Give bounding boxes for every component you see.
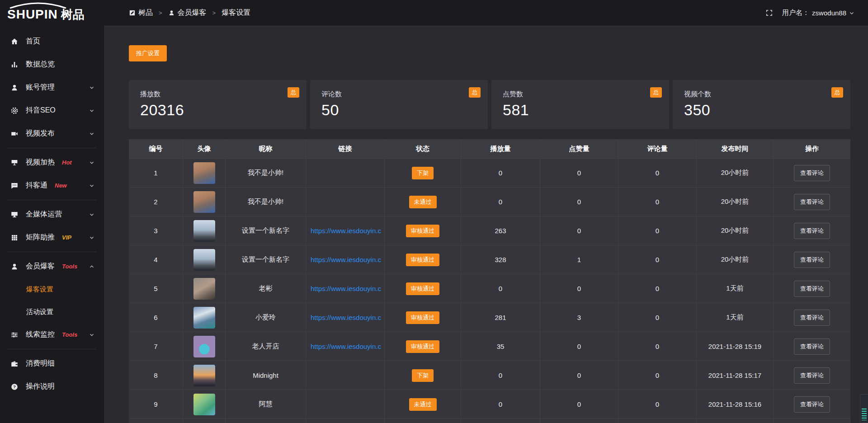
sidebar-subitem-activity-settings[interactable]: 活动设置: [0, 301, 104, 323]
play-count: 0: [461, 188, 540, 216]
table-row: 9 阿慧 未通过 0 0 0 2021-11-28 15:16 查看评论: [129, 390, 850, 418]
row-id: 6: [129, 303, 183, 332]
fullscreen-icon[interactable]: [765, 9, 773, 17]
total-badge: 总: [469, 87, 481, 98]
breadcrumb-item-baoke-settings[interactable]: 爆客设置: [222, 8, 250, 18]
stat-value: 20316: [140, 101, 295, 119]
status-cell: [385, 419, 461, 423]
sidebar-nav: 首页 数据总览 账号管理 抖音SEO: [0, 26, 104, 398]
sidebar-item-account-management[interactable]: 账号管理: [0, 76, 104, 99]
comment-count: 0: [618, 188, 697, 216]
sidebar-item-label: 全媒体运营: [26, 210, 62, 219]
chevron-down-icon: [89, 332, 95, 338]
video-link[interactable]: https://www.iesdouyin.c: [306, 274, 385, 303]
play-count: [461, 419, 540, 423]
video-link[interactable]: https://www.iesdouyin.c: [306, 245, 385, 274]
row-id: 7: [129, 332, 183, 361]
video-link[interactable]: [306, 361, 385, 390]
video-link: [306, 419, 385, 423]
view-comments-button[interactable]: 查看评论: [794, 338, 830, 355]
col-header-avatar: 头像: [183, 139, 226, 158]
video-link[interactable]: [306, 159, 385, 187]
sidebar-item-label: 数据总览: [26, 60, 55, 69]
sidebar-item-douyin-seo[interactable]: 抖音SEO: [0, 99, 104, 122]
sidebar-item-member-baoke[interactable]: 会员爆客 Tools: [0, 255, 104, 278]
breadcrumb-item-home[interactable]: 树品: [129, 8, 153, 18]
video-link[interactable]: https://www.iesdouyin.c: [306, 303, 385, 332]
breadcrumb-separator: >: [212, 9, 216, 16]
user-menu[interactable]: 用户名： zswodun88: [782, 9, 854, 17]
status-cell: 未通过: [385, 188, 461, 216]
col-header-likes: 点赞量: [540, 139, 618, 158]
avatar: [193, 191, 215, 213]
sidebar: SHUPIN 树品 首页 数据总览 账号管理: [0, 0, 104, 423]
view-comments-button[interactable]: 查看评论: [794, 367, 830, 384]
sidebar-item-video-publish[interactable]: 视频发布: [0, 122, 104, 145]
view-comments-button[interactable]: 查看评论: [794, 252, 830, 268]
like-count: 3: [540, 303, 618, 332]
logo-arc: [8, 2, 68, 9]
avatar-cell: [183, 159, 226, 187]
comment-count: 0: [618, 332, 697, 361]
video-link[interactable]: https://www.iesdouyin.c: [306, 216, 385, 245]
row-id: 9: [129, 390, 183, 418]
status-badge: 下架: [412, 369, 434, 382]
publish-time: 1天前: [697, 303, 774, 332]
avatar-cell: [183, 361, 226, 390]
nickname: Midnight: [226, 361, 306, 390]
sidebar-subitem-baoke-settings[interactable]: 爆客设置: [0, 278, 104, 301]
col-header-time: 发布时间: [697, 139, 774, 158]
publish-time: 20小时前: [697, 245, 774, 274]
chevron-down-icon: [89, 160, 95, 166]
monitor-icon: [10, 210, 19, 219]
avatar-cell: [183, 390, 226, 418]
table-row: 2 我不是小帅! 未通过 0 0 0 20小时前 查看评论: [129, 187, 850, 216]
video-link[interactable]: https://www.iesdouyin.c: [306, 332, 385, 361]
action-cell: [774, 419, 850, 423]
status-badge: 未通过: [409, 398, 437, 411]
table-row: 6 小爱玲 https://www.iesdouyin.c 审核通过 281 3…: [129, 303, 850, 332]
stat-card-comments: 评论数 50 总: [310, 80, 488, 129]
sidebar-item-video-heating[interactable]: 视频加热 Hot: [0, 151, 104, 174]
video-link[interactable]: [306, 390, 385, 418]
avatar-cell: [183, 303, 226, 332]
sidebar-item-douketong[interactable]: 抖客通 New: [0, 174, 104, 197]
play-count: 281: [461, 303, 540, 332]
view-comments-button[interactable]: 查看评论: [794, 310, 830, 326]
action-cell: 查看评论: [774, 390, 850, 418]
view-comments-button[interactable]: 查看评论: [794, 194, 830, 210]
help-circle-icon: ?: [10, 382, 19, 391]
stat-value: 350: [684, 101, 839, 119]
sidebar-item-home[interactable]: 首页: [0, 30, 104, 53]
publish-time: 20小时前: [697, 216, 774, 245]
view-comments-button[interactable]: 查看评论: [794, 223, 830, 239]
sidebar-item-matrix-boost[interactable]: 矩阵助推 VIP: [0, 226, 104, 249]
floating-widget[interactable]: [860, 394, 868, 423]
sidebar-item-lead-monitoring[interactable]: 线索监控 Tools: [0, 323, 104, 346]
sidebar-item-consumption-details[interactable]: 消费明细: [0, 352, 104, 375]
username-value: zswodun88: [812, 9, 846, 17]
stat-cards: 播放数 20316 总 评论数 50 总 点赞数 581 总 视频个数 350 …: [129, 80, 850, 129]
like-count: 0: [540, 274, 618, 303]
view-comments-button[interactable]: 查看评论: [794, 165, 830, 181]
total-badge: 总: [650, 87, 662, 98]
view-comments-button[interactable]: 查看评论: [794, 281, 830, 297]
bar-chart-icon: [10, 60, 19, 69]
action-cell: 查看评论: [774, 303, 850, 332]
video-link[interactable]: [306, 188, 385, 216]
main-content: 推广设置 播放数 20316 总 评论数 50 总 点赞数 581 总 视频个数…: [104, 26, 868, 423]
avatar: [193, 394, 215, 415]
promotion-settings-button[interactable]: 推广设置: [129, 45, 167, 61]
status-badge: 下架: [412, 167, 434, 179]
sidebar-item-all-media[interactable]: 全媒体运营: [0, 203, 104, 226]
view-comments-button[interactable]: 查看评论: [794, 396, 830, 413]
topbar-right: 用户名： zswodun88: [765, 9, 854, 17]
sidebar-item-data-overview[interactable]: 数据总览: [0, 53, 104, 76]
row-id: 8: [129, 361, 183, 390]
sidebar-item-instructions[interactable]: ? 操作说明: [0, 375, 104, 398]
comment-count: 0: [618, 159, 697, 187]
avatar-cell: [183, 332, 226, 361]
breadcrumb-item-member-baoke[interactable]: 会员爆客: [168, 8, 207, 18]
vip-badge: VIP: [62, 234, 71, 241]
breadcrumb: 树品 > 会员爆客 > 爆客设置: [129, 8, 250, 18]
